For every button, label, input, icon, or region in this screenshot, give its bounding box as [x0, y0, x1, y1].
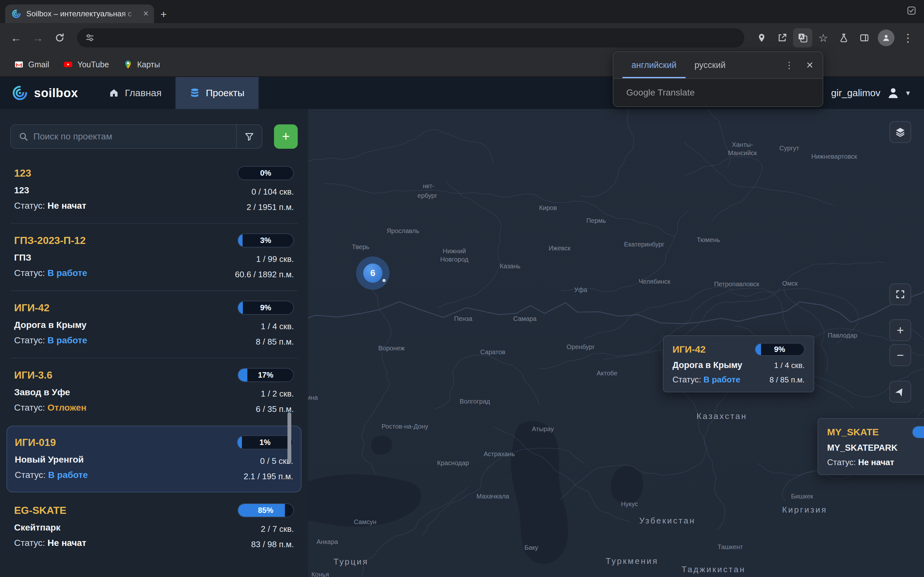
map-city-label: Астрахань: [483, 450, 515, 458]
fullscreen-button[interactable]: [889, 284, 911, 305]
map-city-label: Самара: [513, 314, 537, 323]
project-status: Статус: В работе: [15, 469, 218, 482]
project-card[interactable]: ИГИ-019 Новый Уренгой Статус: В работе 1…: [6, 426, 302, 492]
popup-project-code: ИГИ-42: [672, 344, 706, 355]
map-city-label: Бишкек: [791, 492, 813, 500]
add-project-button[interactable]: +: [274, 124, 298, 149]
search-icon: [11, 132, 28, 141]
translate-close-icon[interactable]: ✕: [801, 56, 819, 74]
map-city-label: Воронеж: [378, 344, 405, 352]
map-popup-myskate[interactable]: MY_SKATE MY_SKATEPARK Статус: Не начат: [817, 418, 924, 475]
tab-checkbox-icon[interactable]: [907, 6, 916, 18]
logo-text: soilbox: [34, 86, 78, 100]
bookmark-star-icon[interactable]: ☆: [814, 28, 833, 47]
translate-icon[interactable]: А: [793, 28, 813, 47]
progress-pill: 85%: [237, 503, 294, 517]
progress-pill: 3%: [237, 234, 294, 247]
map-city-label: Ханты- Мансийск: [728, 140, 757, 157]
map-city-label: Ростов-на-Дону: [381, 422, 428, 430]
nav-home[interactable]: Главная: [95, 77, 176, 109]
tab-close-icon[interactable]: ✕: [143, 10, 149, 18]
cluster-count: 6: [363, 263, 383, 283]
tab-strip: Soilbox – интеллектуальная с ✕ +: [0, 0, 924, 23]
soilbox-logo[interactable]: soilbox: [0, 77, 95, 109]
map-city-label: Анкара: [317, 538, 338, 546]
map-city-label: Уфа: [574, 285, 587, 294]
map-city-label: Баку: [524, 543, 538, 552]
map-city-label: Ярославль: [387, 227, 419, 235]
reload-button[interactable]: [50, 28, 69, 47]
soilbox-favicon-icon: [11, 9, 21, 19]
project-name: Завод в Уфе: [14, 386, 218, 399]
bookmark-youtube[interactable]: YouTube: [58, 57, 114, 72]
popup-project-wells: 1 / 4 скв.: [774, 361, 804, 370]
project-search: [10, 124, 262, 149]
username-label: gir_galimov: [831, 87, 880, 98]
map-city-label: Краснодар: [437, 459, 469, 467]
progress-pill: 9%: [237, 301, 294, 315]
locate-button[interactable]: [889, 381, 911, 403]
project-card[interactable]: 123 123 Статус: Не начат 0% 0 / 104 скв.…: [10, 156, 298, 223]
new-tab-button[interactable]: +: [154, 8, 173, 23]
bookmark-maps[interactable]: Карты: [118, 57, 165, 72]
popup-progress-pill: 9%: [754, 343, 804, 356]
map-city-label: ина: [308, 393, 318, 402]
project-meters: 2 / 1951 п.м.: [246, 201, 294, 213]
search-input[interactable]: [28, 131, 236, 142]
project-card[interactable]: EG-SKATE Скейтпарк Статус: Не начат 85% …: [10, 493, 298, 560]
project-name: Дорога в Крыму: [14, 319, 218, 332]
nav-projects[interactable]: Проекты: [176, 77, 258, 109]
progress-pill: 17%: [237, 368, 294, 382]
flask-icon[interactable]: [834, 28, 853, 47]
side-panel-icon[interactable]: [855, 28, 874, 47]
map-cluster-marker[interactable]: 6: [356, 256, 389, 290]
project-meters: 8 / 85 п.м.: [256, 335, 294, 348]
project-wells: 1 / 4 скв.: [261, 320, 294, 333]
map-popup-igi42[interactable]: ИГИ-42 9% Дорога в Крыму 1 / 4 скв. Стат…: [663, 335, 814, 392]
location-pin-icon[interactable]: [752, 28, 771, 47]
map-point-marker[interactable]: [383, 279, 386, 282]
browser-profile-avatar[interactable]: [878, 29, 895, 46]
youtube-icon: [63, 60, 73, 69]
map-city-label: Пермь: [586, 216, 606, 225]
project-card[interactable]: ИГИ-3.6 Завод в Уфе Статус: Отложен 17% …: [10, 358, 298, 425]
map-canvas[interactable]: Ханты- МансийскСургутНижневартовскКировП…: [308, 109, 924, 577]
project-card[interactable]: ГПЗ-2023-П-12 ГПЗ Статус: В работе 3% 1 …: [10, 223, 298, 290]
translate-menu-kebab-icon[interactable]: ⋮: [780, 56, 798, 74]
map-city-label: Екатеринбург: [624, 240, 664, 248]
sidebar-scrollbar[interactable]: [288, 412, 291, 464]
bookmark-gmail[interactable]: Gmail: [9, 57, 54, 72]
zoom-in-button[interactable]: +: [889, 319, 911, 341]
open-in-new-icon[interactable]: [772, 28, 792, 47]
gmail-icon: [14, 60, 24, 69]
project-card[interactable]: ИГИ-42 Дорога в Крыму Статус: В работе 9…: [10, 290, 298, 358]
back-button[interactable]: ←: [6, 28, 26, 47]
popup-project-code: MY_SKATE: [827, 427, 879, 438]
translate-brand: Google Translate: [614, 78, 822, 106]
bookmark-label: Карты: [137, 60, 160, 69]
map-city-label: Нижний Новгород: [440, 247, 468, 263]
layers-button[interactable]: [889, 121, 911, 143]
filter-button[interactable]: [236, 125, 262, 148]
translate-tab-russian[interactable]: русский: [686, 52, 735, 78]
address-bar[interactable]: [77, 28, 744, 47]
chevron-down-icon: ▾: [906, 89, 910, 97]
project-wells: 1 / 2 скв.: [261, 387, 294, 400]
user-menu[interactable]: gir_galimov ▾: [831, 77, 924, 109]
bookmark-label: YouTube: [78, 60, 109, 69]
svg-text:А: А: [800, 34, 803, 39]
forward-button[interactable]: →: [28, 28, 47, 47]
map-country-label: Казахстан: [696, 412, 747, 420]
browser-menu-kebab-icon[interactable]: ⋮: [898, 28, 918, 47]
popup-project-status: Статус: В работе: [672, 375, 740, 385]
map-city-label: Киров: [539, 203, 557, 212]
translate-tab-english[interactable]: английский: [622, 52, 686, 78]
tune-icon[interactable]: [85, 33, 95, 43]
zoom-out-button[interactable]: −: [889, 344, 911, 366]
map-city-label: Павлодар: [828, 331, 857, 340]
project-code: ИГИ-42: [14, 301, 218, 315]
translate-popup: английский русский ⋮ ✕ Google Translate: [613, 51, 823, 107]
browser-tab[interactable]: Soilbox – интеллектуальная с ✕: [5, 5, 154, 23]
nav-projects-label: Проекты: [206, 87, 244, 98]
project-meters: 83 / 98 п.м.: [251, 538, 294, 551]
